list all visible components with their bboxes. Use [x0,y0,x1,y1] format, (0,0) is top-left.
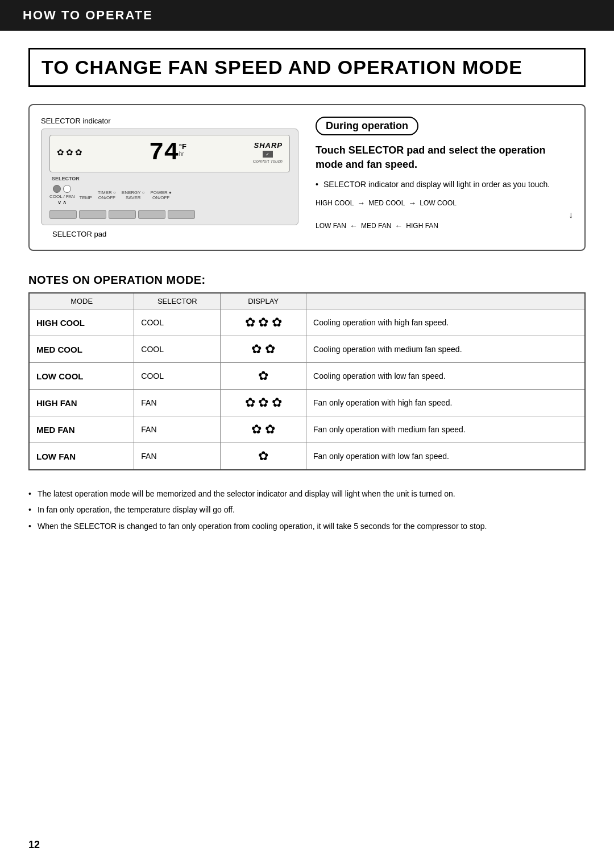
btn-1 [49,210,77,219]
fan-icon-1: ✿ [57,147,64,158]
instruction-panel: During operation Touch SELECTOR pad and … [316,117,573,233]
table-row: LOW COOLCOOL✿ Cooling operation with low… [29,363,585,390]
notes-section: NOTES ON OPERATION MODE: MODE SELECTOR D… [28,274,586,470]
selector-indicator-label: SELECTOR indicator [41,117,298,125]
hr-label: hr [179,151,184,157]
fan-icon-3: ✿ [75,147,82,158]
col-header-selector: SELECTOR [134,293,221,309]
fan-icon: ✿ [258,449,268,464]
selector-cell-3: FAN [134,390,221,416]
temp-text: TEMP [80,195,92,200]
circle-1 [53,185,61,193]
footer-notes: The latest operation mode will be memori… [28,487,586,532]
cool-fan-control: COOL / FAN ∨ ∧ [49,185,75,205]
fan-icon: ✿ [265,422,275,437]
timer-onoff: ON/OFF [98,195,116,200]
desc-cell-1: Cooling operation with medium fan speed. [306,336,585,363]
high-cool-label: HIGH COOL [316,199,354,207]
temp-value: 74 [149,140,179,165]
saver-text: SAVER [122,195,145,200]
sharp-logo: SHARP [253,141,283,150]
energy-text: ENERGY ○ [122,190,145,195]
med-fan-label: MED FAN [361,222,391,230]
display-cell-5: ✿ [221,443,306,470]
selector-cell-1: COOL [134,336,221,363]
desc-cell-2: Cooling operation with low fan speed. [306,363,585,390]
controls-row: COOL / FAN ∨ ∧ TEMP TIME [49,183,290,208]
footer-note-2: In fan only operation, the temperature d… [28,503,586,516]
desc-cell-5: Fan only operation with low fan speed. [306,443,585,470]
device-display-box: ✿ ✿ ✿ 74 °F hr [49,135,290,172]
desc-cell-0: Cooling operation with high fan speed. [306,309,585,336]
operation-table: MODE SELECTOR DISPLAY HIGH COOLCOOL✿ ✿ ✿… [28,292,586,470]
mode-cell-5: LOW FAN [29,443,134,470]
footer-note-1: The latest operation mode will be memori… [28,487,586,500]
mode-cell-4: MED FAN [29,416,134,443]
display-cell-4: ✿ ✿ [221,416,306,443]
button-row [49,210,290,219]
instruction-title: Touch SELECTOR pad and select the operat… [316,143,573,172]
arrow-1: → [357,199,365,208]
small-labels-row: TEMP TIMER ○ ON/OFF ENERGY ○ SAVER POWER… [80,190,172,200]
selector-cell-4: FAN [134,416,221,443]
temp-label: TEMP [80,195,92,200]
down-arrow: ∨ [57,199,61,205]
fan-icon: ✿ [258,315,268,330]
page-content: TO CHANGE FAN SPEED AND OPERATION MODE S… [0,48,614,559]
fan-icon: ✿ [245,395,255,410]
low-fan-label: LOW FAN [316,222,346,230]
display-icon: ✓ [263,151,273,158]
logo-area: SHARP ✓ Comfort Touch [253,141,283,164]
table-row: MED FANFAN✿ ✿ Fan only operation with me… [29,416,585,443]
fan-icon: ✿ [265,342,275,357]
timer-label: TIMER ○ ON/OFF [98,190,116,200]
selector-pad-label: SELECTOR pad [52,230,298,238]
circle-pair [53,185,71,193]
power-onoff: ON/OFF [151,195,172,200]
table-row: LOW FANFAN✿ Fan only operation with low … [29,443,585,470]
table-header-row: MODE SELECTOR DISPLAY [29,293,585,309]
col-header-display: DISPLAY [221,293,306,309]
timer-text: TIMER ○ [98,190,116,195]
fan-icon: ✿ [272,315,282,330]
instruction-bullet: SELECTOR indicator and display will ligh… [316,179,573,191]
low-cool-label: LOW COOL [420,199,457,207]
power-text: POWER ● [151,190,172,195]
display-cell-0: ✿ ✿ ✿ [221,309,306,336]
btn-3 [109,210,136,219]
energy-label: ENERGY ○ SAVER [122,190,145,200]
diagram-area: SELECTOR indicator ✿ ✿ ✿ 74 [28,104,586,251]
fan-icon: ✿ [272,395,282,410]
display-cell-2: ✿ [221,363,306,390]
fan-icon: ✿ [251,342,262,357]
display-cell-3: ✿ ✿ ✿ [221,390,306,416]
col-header-mode: MODE [29,293,134,309]
btn-5 [168,210,195,219]
mode-cell-1: MED COOL [29,336,134,363]
during-operation-badge: During operation [316,117,418,135]
arrow-3: ← [350,221,358,230]
high-fan-label: HIGH FAN [406,222,438,230]
power-label: POWER ● ON/OFF [151,190,172,200]
temp-display: 74 °F hr [149,140,186,165]
fan-icon: ✿ [258,369,268,383]
arrows: ∨ ∧ [57,199,67,205]
device-panel: SELECTOR indicator ✿ ✿ ✿ 74 [41,117,298,238]
flow-diagram: HIGH COOL → MED COOL → LOW COOL ↓ LOW FA… [316,199,573,230]
table-row: HIGH FANFAN✿ ✿ ✿ Fan only operation with… [29,390,585,416]
selector-cell-2: COOL [134,363,221,390]
check-icon: ✓ [265,152,269,157]
section-title-box: TO CHANGE FAN SPEED AND OPERATION MODE [28,48,586,87]
comfort-touch: Comfort Touch [253,159,283,164]
flow-line-1: HIGH COOL → MED COOL → LOW COOL [316,199,573,208]
arrow-4: ← [395,221,403,230]
table-body: HIGH COOLCOOL✿ ✿ ✿ Cooling operation wit… [29,309,585,470]
flow-line-2: LOW FAN ← MED FAN ← HIGH FAN [316,221,573,230]
btn-4 [138,210,165,219]
footer-note-3: When the SELECTOR is changed to fan only… [28,520,586,532]
up-arrow: ∧ [63,199,67,205]
desc-cell-3: Fan only operation with high fan speed. [306,390,585,416]
med-cool-label: MED COOL [368,199,405,207]
cool-fan-label: COOL / FAN [49,194,75,199]
mode-cell-0: HIGH COOL [29,309,134,336]
